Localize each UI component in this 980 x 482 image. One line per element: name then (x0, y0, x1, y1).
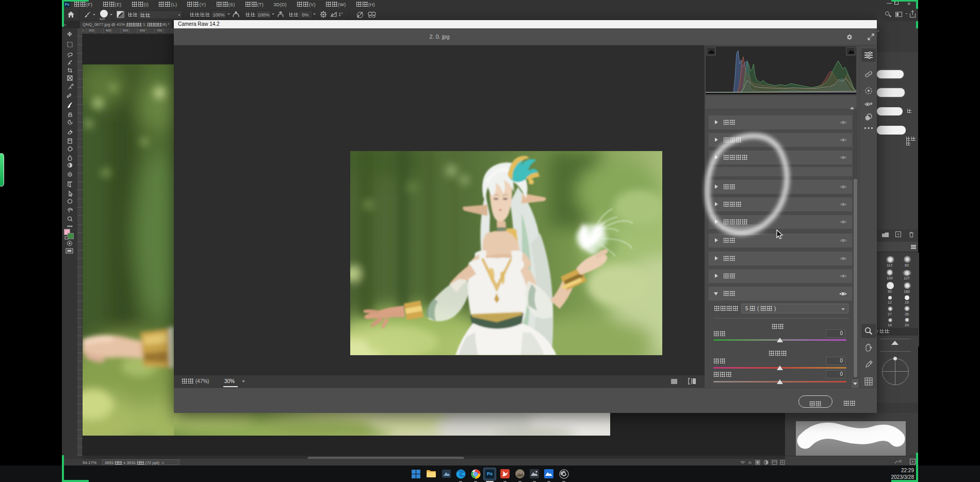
svg-text:fx: fx (748, 460, 752, 465)
